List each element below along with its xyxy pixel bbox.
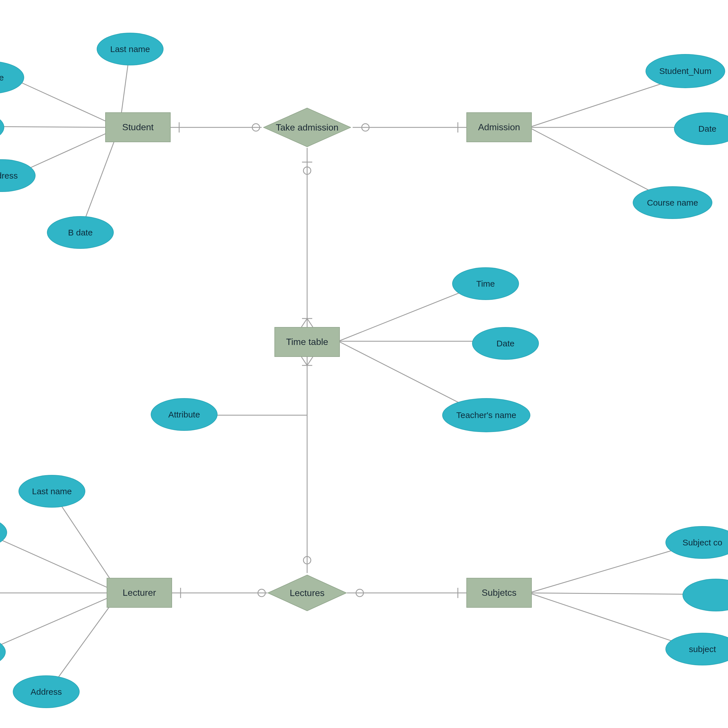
entity-timetable[interactable]: Time table	[274, 327, 340, 357]
entity-label: Admission	[478, 122, 520, 133]
relationship-take-admission[interactable]: Take admission	[263, 107, 351, 147]
entity-label: Student	[122, 122, 154, 133]
attribute-timetable-time[interactable]: Time	[452, 267, 519, 300]
attribute-label: Date	[699, 124, 716, 134]
attribute-label: t name	[0, 73, 4, 83]
attribute-label: Time	[476, 279, 495, 289]
entity-label: Subjetcs	[482, 587, 517, 598]
attribute-label: subject	[689, 644, 716, 654]
attribute-label: Attribute	[168, 410, 200, 419]
svg-line-26	[307, 357, 313, 366]
svg-line-11	[529, 77, 682, 127]
entity-student[interactable]: Student	[105, 112, 171, 142]
er-diagram-canvas: Student Admission Time table Lecturer Su…	[0, 0, 728, 728]
svg-line-19	[307, 318, 313, 327]
relationship-label: Lectures	[290, 588, 325, 598]
svg-line-30	[0, 532, 119, 593]
attribute-label: Last name	[110, 44, 150, 54]
svg-line-25	[301, 357, 307, 366]
attribute-standalone[interactable]: Attribute	[151, 398, 217, 431]
connector-lines	[0, 0, 728, 728]
svg-line-2	[0, 127, 119, 127]
entity-label: Time table	[286, 337, 328, 347]
entity-lecturer[interactable]: Lecturer	[107, 578, 172, 608]
svg-line-42	[529, 593, 694, 648]
attribute-label: Address	[31, 687, 62, 697]
attribute-admission-coursename[interactable]: Course name	[633, 186, 712, 219]
svg-line-18	[301, 318, 307, 327]
attribute-label: Last name	[32, 486, 72, 496]
relationship-lectures[interactable]: Lectures	[267, 574, 347, 612]
svg-line-1	[9, 77, 119, 127]
entity-subjects[interactable]: Subjetcs	[466, 578, 532, 608]
attribute-student-bdate[interactable]: B date	[47, 216, 114, 249]
attribute-timetable-date[interactable]: Date	[472, 327, 539, 360]
attribute-lecturer-lastname[interactable]: Last name	[18, 475, 85, 508]
attribute-label: Course name	[647, 198, 698, 208]
attribute-admission-studentnum[interactable]: Student_Num	[645, 54, 725, 88]
svg-line-32	[0, 593, 119, 651]
attribute-lecturer-address[interactable]: Address	[13, 675, 80, 708]
entity-label: Lecturer	[122, 587, 156, 598]
attribute-label: Student_Num	[659, 66, 711, 76]
svg-line-41	[529, 593, 700, 594]
attribute-student-lastname[interactable]: Last name	[97, 33, 164, 66]
attribute-timetable-teachername[interactable]: Teacher's name	[442, 398, 530, 432]
relationship-label: Take admission	[276, 122, 339, 133]
attribute-label: Address	[0, 171, 18, 180]
attribute-label: Date	[497, 339, 514, 348]
attribute-label: Subject co	[682, 538, 722, 548]
attribute-label: Teacher's name	[456, 410, 517, 420]
attribute-label: B date	[68, 228, 93, 237]
entity-admission[interactable]: Admission	[466, 112, 532, 142]
